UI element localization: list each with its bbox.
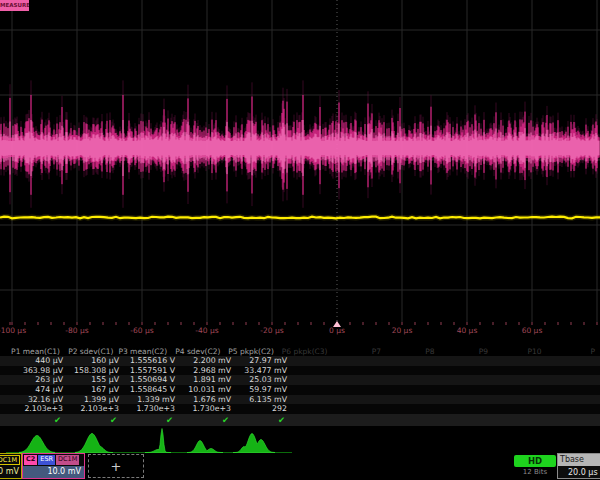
measurement-cell: 2.103e+3 [0, 404, 68, 414]
param-header-1[interactable]: P1 mean(C1) [0, 347, 65, 356]
measurement-cell: 1.730e+3 [124, 404, 180, 414]
param-header-unused-10[interactable]: P10 [493, 347, 547, 356]
measurement-cell: 59.97 mV [236, 385, 292, 395]
axis-minor-ticks [0, 322, 600, 325]
c2-esr-badge: ESR [38, 455, 55, 465]
measurement-cell: 33.477 mV [236, 366, 292, 376]
time-axis-label: -40 µs [195, 326, 218, 335]
histicon-strip[interactable] [0, 428, 600, 454]
measurement-table: P1 mean(C1)P2 sdev(C1)P3 mean(C2)P4 sdev… [0, 344, 600, 426]
measurement-row: 2.103e+32.103e+31.730e+31.730e+3292 [0, 404, 600, 414]
time-axis-label: -80 µs [65, 326, 88, 335]
param-header-unused-6[interactable]: P6 pkpk(C3) [279, 347, 333, 356]
time-axis-label: 20 µs [392, 326, 413, 335]
measurement-row: 440 µV160 µV1.555616 V2.200 mV27.97 mV [0, 356, 600, 366]
measurement-cell: 27.97 mV [236, 356, 292, 366]
measurement-cell: 1.730e+3 [180, 404, 236, 414]
measurement-cell: 2.200 mV [180, 356, 236, 366]
measurement-cell: 32.16 µV [0, 395, 68, 405]
measurement-cell: 1.550694 V [124, 375, 180, 385]
oscilloscope-screen: MEASURE -100 µs-80 µs-60 µs-40 µs-20 µs0… [0, 0, 600, 480]
status-check-icon: ✔ [68, 414, 124, 426]
trigger-time-marker[interactable] [333, 321, 341, 327]
measurement-cell: 1.891 mV [180, 375, 236, 385]
param-header-unused-9[interactable]: P9 [440, 347, 494, 356]
hd-mode-badge[interactable]: HD [514, 455, 556, 467]
channel-descriptor-c2[interactable]: C2 ESR DC1M 10.0 mV [22, 453, 85, 479]
time-axis-label: 60 µs [522, 326, 543, 335]
waveform-display [0, 0, 600, 322]
hd-bits-label: 12 Bits [514, 468, 556, 476]
status-check-icon: ✔ [180, 414, 236, 426]
timebase-title: Tbase [558, 454, 600, 466]
c1-coupling-badge: DC1M [0, 455, 20, 465]
time-axis-label: 0 µs [329, 326, 345, 335]
measurement-cell: 6.135 mV [236, 395, 292, 405]
measurement-cell: 292 [236, 404, 292, 414]
time-axis-label: -20 µs [260, 326, 283, 335]
measurement-cell: 1.339 mV [124, 395, 180, 405]
c2-scale-value: 10.0 mV [23, 466, 84, 478]
measurement-cell: 474 µV [0, 385, 68, 395]
param-header-3[interactable]: P3 mean(C2) [118, 347, 172, 356]
measurement-cell: 440 µV [0, 356, 68, 366]
histicon-p1[interactable] [19, 436, 55, 453]
measurement-row: 363.98 µV158.308 µV1.557591 V2.968 mV33.… [0, 366, 600, 376]
measurement-cell: 1.557591 V [124, 366, 180, 376]
param-header-unused-8[interactable]: P8 [386, 347, 440, 356]
measurement-cell: 10.031 mV [180, 385, 236, 395]
measurement-cell: 167 µV [68, 385, 124, 395]
histicon-p4[interactable] [187, 441, 223, 453]
param-header-2[interactable]: P2 sdev(C1) [65, 347, 119, 356]
status-check-icon: ✔ [0, 414, 68, 426]
measurement-row: 32.16 µV1.399 µV1.339 mV1.676 mV6.135 mV [0, 395, 600, 405]
time-axis-label: 40 µs [457, 326, 478, 335]
measurement-cell: 155 µV [68, 375, 124, 385]
histicon-p5[interactable] [233, 434, 275, 453]
param-header-unused-7[interactable]: P7 [333, 347, 387, 356]
measurement-cell: 1.555616 V [124, 356, 180, 366]
c2-coupling-badge: DC1M [56, 455, 79, 465]
measurement-cell: 2.968 mV [180, 366, 236, 376]
measurement-cell: 1.558645 V [124, 385, 180, 395]
time-axis-label: -100 µs [0, 326, 26, 335]
histicon-p3[interactable] [145, 429, 171, 453]
measurement-cell: 160 µV [68, 356, 124, 366]
measurement-row: 263 µV155 µV1.550694 V1.891 mV25.03 mV [0, 375, 600, 385]
timebase-value: 20.0 µs [558, 466, 600, 479]
measurement-cell: 25.03 mV [236, 375, 292, 385]
time-axis-label: -60 µs [130, 326, 153, 335]
add-trace-button[interactable]: + [88, 454, 144, 478]
status-check-icon: ✔ [236, 414, 292, 426]
measurement-cell: 1.399 µV [68, 395, 124, 405]
time-axis: -100 µs-80 µs-60 µs-40 µs-20 µs0 µs20 µs… [0, 322, 600, 339]
measurement-row: 474 µV167 µV1.558645 V10.031 mV59.97 mV [0, 385, 600, 395]
status-check-icon: ✔ [124, 414, 180, 426]
measurement-cell: 263 µV [0, 375, 68, 385]
measurement-cell: 1.676 mV [180, 395, 236, 405]
param-header-5[interactable]: P5 pkpk(C2) [225, 347, 279, 356]
c1-scale-value: 20.0 mV [0, 466, 21, 478]
param-header-unused-11[interactable]: P [547, 347, 600, 356]
c2-channel-badge: C2 [24, 455, 37, 465]
channel-descriptor-c1[interactable]: DC1M 20.0 mV [0, 453, 22, 479]
measurement-cell: 363.98 µV [0, 366, 68, 376]
measurement-cell: 158.308 µV [68, 366, 124, 376]
histicon-p2[interactable] [75, 434, 113, 453]
measurement-cell: 2.103e+3 [68, 404, 124, 414]
top-left-badge[interactable]: MEASURE [0, 0, 29, 11]
param-header-4[interactable]: P4 sdev(C2) [172, 347, 226, 356]
timebase-descriptor[interactable]: Tbase 20.0 µs [557, 453, 600, 479]
status-row: ✔✔✔✔✔ [0, 414, 600, 426]
